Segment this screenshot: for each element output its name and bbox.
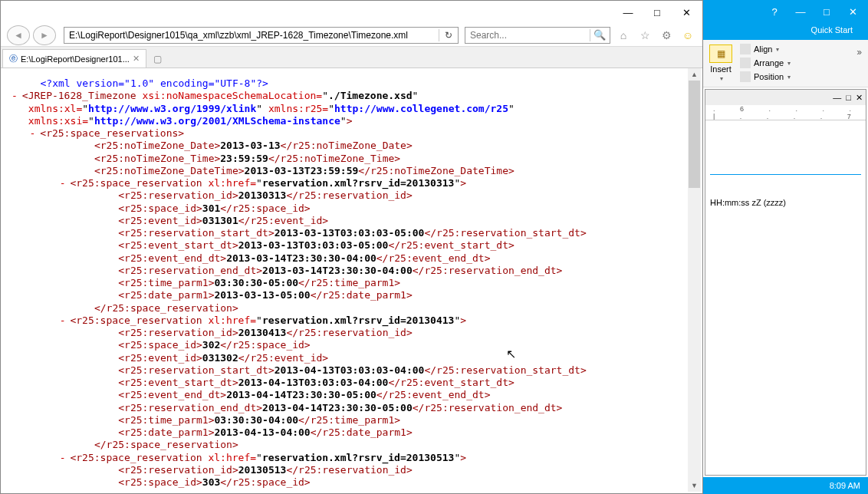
section-divider: [710, 174, 861, 175]
forward-button[interactable]: ►: [33, 25, 56, 45]
statusbar: 8:09 AM: [703, 477, 868, 494]
ie-logo-icon: ⓔ: [9, 53, 18, 64]
document-area: — □ ✕ . 6 . . . . | . . . . 7 HH:mm:ss z…: [705, 89, 866, 476]
insert-icon: ▦: [709, 44, 732, 63]
help-icon[interactable]: ?: [762, 2, 787, 21]
home-icon[interactable]: ⌂: [615, 27, 632, 44]
content-viewport: <?xml version="1.0" encoding="UTF-8"?>-<…: [2, 68, 701, 492]
chevron-down-icon: ▾: [720, 75, 723, 82]
scroll-up-icon[interactable]: ▲: [688, 68, 701, 81]
position-button[interactable]: Position▾: [738, 71, 792, 83]
scroll-down-icon[interactable]: ▼: [688, 479, 701, 492]
field-format-text[interactable]: HH:mm:ss zZ (zzzz): [710, 198, 861, 207]
close-icon[interactable]: ✕: [840, 2, 865, 21]
align-button[interactable]: Align▾: [738, 43, 792, 55]
designer-app-window: ? — □ ✕ Quick Start ▦ Insert ▾ Align▾ Ar…: [703, 0, 868, 494]
browser-toolbar: ◄ ► ↻ 🔍 ⌂ ☆ ⚙ ☺: [1, 24, 702, 47]
insert-label: Insert: [710, 64, 732, 74]
search-container: 🔍: [465, 27, 610, 44]
minimize-icon[interactable]: —: [788, 2, 813, 21]
chevron-down-icon: ▾: [787, 74, 791, 81]
doc-titlebar: — □ ✕: [705, 90, 866, 105]
chevron-down-icon: ▾: [776, 46, 779, 53]
tab-strip: ⓔ E:\LogiReport\Designer101... ✕ ▢: [1, 47, 702, 68]
browser-titlebar: — □ ✕: [1, 1, 702, 24]
close-icon[interactable]: ✕: [672, 2, 701, 23]
align-icon: [740, 44, 751, 54]
favorites-icon[interactable]: ☆: [636, 27, 653, 44]
app-titlebar: ? — □ ✕: [703, 0, 868, 23]
position-icon: [740, 71, 751, 82]
tab-close-icon[interactable]: ✕: [133, 54, 140, 64]
tab-title: E:\LogiReport\Designer101...: [21, 54, 130, 64]
xml-tree-view[interactable]: <?xml version="1.0" encoding="UTF-8"?>-<…: [2, 68, 688, 492]
smiley-icon[interactable]: ☺: [679, 27, 696, 44]
ribbon: ▦ Insert ▾ Align▾ Arrange▾ Position▾ ››: [703, 40, 868, 87]
addressbar-container: ↻: [64, 27, 459, 44]
doc-minimize-icon[interactable]: —: [833, 93, 841, 102]
search-icon[interactable]: 🔍: [590, 28, 610, 43]
insert-button[interactable]: ▦ Insert ▾: [708, 43, 734, 84]
chevron-down-icon: ▾: [787, 60, 791, 67]
ribbon-overflow-icon[interactable]: ››: [853, 43, 863, 61]
maximize-icon[interactable]: □: [814, 2, 839, 21]
tab-xml-file[interactable]: ⓔ E:\LogiReport\Designer101... ✕: [2, 49, 146, 68]
minimize-icon[interactable]: —: [613, 2, 643, 23]
search-input[interactable]: [465, 28, 590, 43]
address-input[interactable]: [64, 28, 439, 43]
clock: 8:09 AM: [830, 481, 860, 490]
ie-browser-window: — □ ✕ ◄ ► ↻ 🔍 ⌂ ☆ ⚙ ☺ ⓔ E:\LogiReport\De…: [0, 0, 703, 494]
maximize-icon[interactable]: □: [643, 2, 672, 23]
doc-canvas[interactable]: HH:mm:ss zZ (zzzz): [705, 120, 866, 475]
refresh-icon[interactable]: ↻: [439, 28, 458, 43]
doc-close-icon[interactable]: ✕: [856, 93, 863, 103]
arrange-button[interactable]: Arrange▾: [738, 57, 792, 69]
vertical-scrollbar[interactable]: ▲ ▼: [688, 68, 701, 492]
tools-icon[interactable]: ⚙: [658, 27, 675, 44]
quick-start-label[interactable]: Quick Start: [703, 23, 868, 40]
scroll-thumb[interactable]: [689, 81, 700, 188]
doc-maximize-icon[interactable]: □: [846, 93, 851, 102]
back-button[interactable]: ◄: [7, 25, 30, 45]
ruler: . 6 . . . . | . . . . 7: [705, 105, 866, 120]
arrange-icon: [740, 58, 751, 68]
new-tab-icon[interactable]: ▢: [150, 51, 166, 68]
